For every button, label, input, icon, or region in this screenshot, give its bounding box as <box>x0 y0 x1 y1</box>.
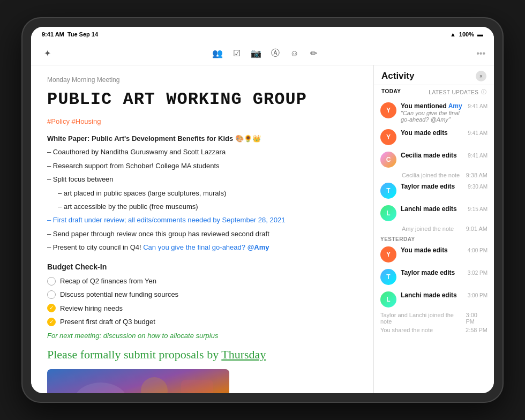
edit-icon[interactable]: ✏ <box>306 46 321 61</box>
lanchi-content: Lanchi made edits <box>401 205 463 213</box>
avatar-you-yday: Y <box>380 246 396 262</box>
note-tags: #Policy #Housing <box>47 117 357 125</box>
avatar-lanchi-yday: L <box>380 291 396 308</box>
checklist-item-2: Discuss potential new funding sources <box>47 289 357 300</box>
taylor-lanchi-joined-time: 3:00 PM <box>466 312 488 325</box>
avatar-lanchi: L <box>380 205 396 221</box>
you-yday-text: You made edits <box>401 246 463 254</box>
today-tab[interactable]: TODAY <box>381 88 401 96</box>
present-council: – Present to city council in Q4! Can you… <box>47 242 357 253</box>
toolbar-left: ✦ <box>40 46 55 61</box>
mention-name: Amy <box>448 102 462 110</box>
taylor-text: Taylor made edits <box>401 183 463 190</box>
battery-icon: ▬ <box>477 31 483 38</box>
you-edits-content: You made edits <box>401 129 463 137</box>
activity-lanchi-edits-yday: L Lanchi made edits 3:00 PM <box>374 288 494 311</box>
checklist-text-1: Recap of Q2 finances from Yen <box>60 275 156 287</box>
cecilia-text: Cecilia made edits <box>401 152 463 159</box>
cecilia-content: Cecilia made edits <box>401 152 463 159</box>
you-edits-time: 9:41 AM <box>468 129 488 136</box>
mention-time: 9:41 AM <box>468 102 488 109</box>
taylor-yday-content: Taylor made edits <box>401 269 463 276</box>
people-icon[interactable]: 👥 <box>210 46 225 61</box>
activity-header: Activity × <box>374 65 494 85</box>
activity-taylor-edits-yday: T Taylor made edits 3:02 PM <box>374 266 494 288</box>
art-accessible: – art accessible by the public (free mus… <box>47 201 357 212</box>
more-icon[interactable]: ••• <box>476 49 485 58</box>
split-focus: – Split focus between <box>47 174 357 185</box>
close-button[interactable]: × <box>476 71 486 81</box>
you-yday-time: 4:00 PM <box>468 246 488 253</box>
camera-icon[interactable]: 📷 <box>249 46 264 61</box>
taylor-yday-text: Taylor made edits <box>401 269 463 276</box>
art-public-spaces: – art placed in public spaces (large scu… <box>47 188 357 199</box>
avatar-taylor: T <box>380 183 396 199</box>
avatar-you-mention: Y <box>380 102 396 118</box>
checkbox-4[interactable]: ✓ <box>47 318 56 326</box>
activity-mentioned: Y You mentioned Amy "Can you give the fi… <box>374 99 494 126</box>
note-body: White Paper: Public Art's Development Be… <box>47 133 357 341</box>
avatar-taylor-yday: T <box>380 269 396 285</box>
authors: – Coauthored by Nanditha Guruswamy and S… <box>47 146 357 158</box>
magic-icon[interactable]: ✦ <box>40 46 55 61</box>
yesterday-divider: YESTERDAY <box>374 233 494 243</box>
avatar-cecilia: C <box>380 152 396 168</box>
checklist-text-4: Present first draft of Q3 budget <box>60 316 155 327</box>
time: 9:41 AM <box>42 31 64 38</box>
italic-note: For next meeting: discussion on how to a… <box>47 330 357 341</box>
cecilia-joined: Cecilia joined the note 9:38 AM <box>374 171 494 179</box>
circle-a-icon[interactable]: Ⓐ <box>268 46 283 61</box>
taylor-yday-time: 3:02 PM <box>468 269 488 276</box>
lanchi-yday-text: Lanchi made edits <box>401 291 463 299</box>
checklist-text-3: Review hiring needs <box>60 303 123 314</box>
emoji-icon[interactable]: ☺ <box>287 46 302 61</box>
latest-tab[interactable]: LATEST UPDATES ⓘ <box>429 88 486 96</box>
status-left: 9:41 AM Tue Sep 14 <box>42 31 98 38</box>
activity-scroll[interactable]: Y You mentioned Amy "Can you give the fi… <box>374 99 494 393</box>
activity-taylor-edits: T Taylor made edits 9:30 AM <box>374 179 494 202</box>
draft-link: – First draft under review; all edits/co… <box>47 214 357 226</box>
activity-mention-content: You mentioned Amy "Can you give the fina… <box>401 102 463 123</box>
checklist-item-4: ✓ Present first draft of Q3 budget <box>47 316 357 327</box>
amy-joined: Amy joined the note 9:01 AM <box>374 224 494 233</box>
taylor-content: Taylor made edits <box>401 183 463 190</box>
cecilia-joined-time: 9:38 AM <box>466 172 488 178</box>
activity-you-edits: Y You made edits 9:41 AM <box>374 126 494 148</box>
send-paper: – Send paper through review once this gr… <box>47 228 357 239</box>
activity-panel: Activity × TODAY LATEST UPDATES ⓘ Y <box>373 65 494 393</box>
budget-title: Budget Check-In <box>47 261 357 273</box>
lanchi-yday-content: Lanchi made edits <box>401 291 463 299</box>
note-editor[interactable]: Monday Morning Meeting PUBLIC ART WORKIN… <box>31 65 373 393</box>
avatar-you-edits: Y <box>380 129 396 145</box>
checklist-item-3: ✓ Review hiring needs <box>47 303 357 314</box>
checklist-text-2: Discuss potential new funding sources <box>60 289 178 300</box>
checklist-icon[interactable]: ☑ <box>229 46 244 61</box>
wifi-icon: ▲ <box>450 31 456 38</box>
status-right: ▲ 100% ▬ <box>450 31 483 38</box>
handwritten-text: Please formally submit proposals by Thur… <box>47 348 357 362</box>
ipad-frame: 9:41 AM Tue Sep 14 ▲ 100% ▬ ✦ 👥 ☑ 📷 Ⓐ ☺ … <box>21 17 504 403</box>
checkbox-2[interactable] <box>47 290 56 299</box>
note-image <box>47 369 229 393</box>
you-shared-time: 2:58 PM <box>466 327 488 333</box>
mention-quote: "Can you give the final go-ahead? @Amy" <box>401 110 463 123</box>
lanchi-time: 9:15 AM <box>468 205 488 212</box>
checkbox-1[interactable] <box>47 277 56 286</box>
paper-title: White Paper: Public Art's Development Be… <box>47 133 357 144</box>
policy-tag: #Policy #Housing <box>47 117 101 125</box>
note-title: PUBLIC ART WORKING GROUP <box>47 90 357 110</box>
taylor-time: 9:30 AM <box>468 183 488 190</box>
activity-tabs: TODAY LATEST UPDATES ⓘ <box>374 85 494 99</box>
ipad-screen: 9:41 AM Tue Sep 14 ▲ 100% ▬ ✦ 👥 ☑ 📷 Ⓐ ☺ … <box>31 27 494 393</box>
content-area: Monday Morning Meeting PUBLIC ART WORKIN… <box>31 65 494 393</box>
lanchi-yday-time: 3:00 PM <box>468 291 488 298</box>
battery-label: 100% <box>459 31 474 38</box>
toolbar: ✦ 👥 ☑ 📷 Ⓐ ☺ ✏ ••• <box>31 42 494 65</box>
cecilia-time: 9:41 AM <box>468 152 488 159</box>
taylor-lanchi-joined: Taylor and Lanchi joined the note 3:00 P… <box>374 311 494 326</box>
checkbox-3[interactable]: ✓ <box>47 304 56 312</box>
mention-text: You mentioned Amy <box>401 102 463 110</box>
checklist-item-1: Recap of Q2 finances from Yen <box>47 275 357 287</box>
lanchi-text: Lanchi made edits <box>401 205 463 213</box>
you-yday-content: You made edits <box>401 246 463 254</box>
